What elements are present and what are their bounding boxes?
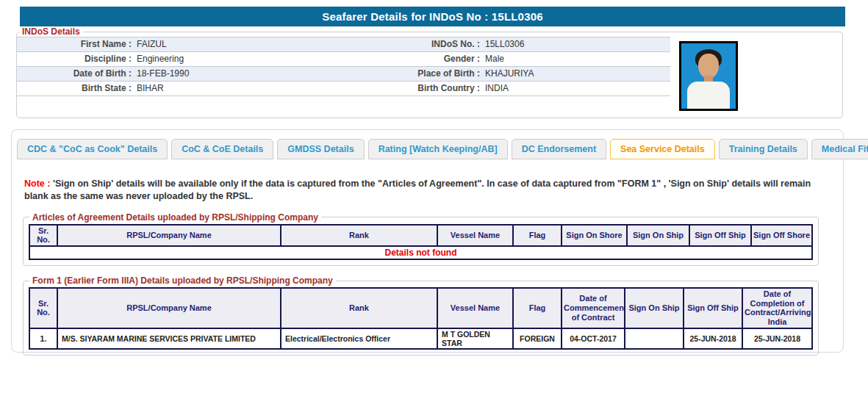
tab-sea-service-details[interactable]: Sea Service Details <box>610 139 715 159</box>
detail-row-birth-date: Date of Birth : 18-FEB-1990 Place of Bir… <box>17 67 670 82</box>
cell-commencement: 04-OCT-2017 <box>562 328 625 349</box>
tab-cdc-coc-as-cook[interactable]: CDC & "CoC as Cook" Details <box>17 139 168 159</box>
tab-bar: CDC & "CoC as Cook" Details CoC & CoE De… <box>17 139 839 159</box>
form1-col-flag: Flag <box>513 288 562 328</box>
indos-details-legend: INDoS Details <box>19 26 83 37</box>
form1-col-commencement: Date of Commencement of Contract <box>562 288 625 328</box>
cell-vessel: M T GOLDEN STAR <box>437 328 513 349</box>
form1-header-row: Sr. No. RPSL/Company Name Rank Vessel Na… <box>29 288 812 328</box>
form1-col-vessel: Vessel Name <box>437 288 513 328</box>
details-not-found-message: Details not found <box>29 246 812 259</box>
first-name-label: First Name : <box>17 37 137 51</box>
articles-col-sign-off-shore: Sign Off Shore <box>751 225 812 246</box>
cell-sr-no: 1. <box>29 328 57 349</box>
form1-col-sign-off-ship: Sign Off Ship <box>684 288 742 328</box>
form1-col-sr-no: Sr. No. <box>29 288 57 328</box>
birth-state-label: Birth State : <box>17 82 137 95</box>
cell-completion: 25-JUN-2018 <box>742 328 812 349</box>
seafarer-photo <box>679 41 738 111</box>
place-of-birth-label: Place of Birth : <box>410 67 485 81</box>
gender-label: Gender : <box>410 52 485 66</box>
form1-section: Form 1 (Earlier Form IIIA) Details uploa… <box>23 275 819 356</box>
form1-col-company: RPSL/Company Name <box>57 288 281 328</box>
articles-col-sr-no: Sr. No. <box>29 225 57 246</box>
sign-on-ship-note: Note : 'Sign on Ship' details will be av… <box>24 178 830 203</box>
articles-col-rank: Rank <box>281 225 437 246</box>
discipline-label: Discipline : <box>17 52 137 66</box>
articles-col-sign-on-ship: Sign On Ship <box>627 225 689 246</box>
articles-col-sign-on-shore: Sign On Shore <box>562 225 627 246</box>
articles-col-company: RPSL/Company Name <box>57 225 281 246</box>
date-of-birth-value: 18-FEB-1990 <box>137 67 410 81</box>
date-of-birth-label: Date of Birth : <box>17 67 137 81</box>
tab-gmdss[interactable]: GMDSS Details <box>277 139 364 159</box>
indos-details-section: INDoS Details First Name : FAIZUL INDoS … <box>16 26 843 118</box>
place-of-birth-value: KHAJURIYA <box>485 67 670 81</box>
photo-shirt-shape <box>687 82 730 111</box>
articles-legend: Articles of Agreement Details uploaded b… <box>29 212 321 223</box>
cell-sign-on-ship <box>625 328 684 349</box>
form1-legend: Form 1 (Earlier Form IIIA) Details uploa… <box>29 275 336 286</box>
page-title: Seafarer Details for INDoS No : 15LL0306 <box>20 7 845 26</box>
first-name-value: FAIZUL <box>137 37 410 51</box>
form1-col-completion: Date of Completion of Contract/Arriving … <box>742 288 812 328</box>
photo-face-shape <box>698 54 719 79</box>
articles-of-agreement-section: Articles of Agreement Details uploaded b… <box>23 212 819 266</box>
tab-dc-endorsement[interactable]: DC Endorsement <box>512 139 606 159</box>
form1-table: Sr. No. RPSL/Company Name Rank Vessel Na… <box>29 287 813 350</box>
tab-rating-watch-keeping[interactable]: Rating [Watch Keeping/AB] <box>368 139 508 159</box>
tab-training-details[interactable]: Training Details <box>719 139 808 159</box>
note-text: 'Sign on Ship' details will be available… <box>24 178 811 201</box>
indos-details-grid: First Name : FAIZUL INDoS No. : 15LL0306… <box>17 37 670 96</box>
cell-company: M/S. SIYARAM MARINE SERVICES PRIVATE LIM… <box>57 328 281 349</box>
indos-no-label: INDoS No. : <box>410 37 485 51</box>
articles-table: Sr. No. RPSL/Company Name Rank Vessel Na… <box>29 224 813 260</box>
articles-header-row: Sr. No. RPSL/Company Name Rank Vessel Na… <box>29 225 812 246</box>
articles-empty-row: Details not found <box>29 246 812 259</box>
cell-flag: FOREIGN <box>513 328 562 349</box>
detail-row-discipline: Discipline : Engineering Gender : Male <box>17 52 670 67</box>
gender-value: Male <box>485 52 670 66</box>
form1-col-rank: Rank <box>281 288 437 328</box>
cell-rank: Electrical/Electronics Officer <box>281 328 437 349</box>
birth-state-value: BIHAR <box>137 82 410 95</box>
articles-col-sign-off-ship: Sign Off Ship <box>689 225 751 246</box>
birth-country-label: Birth Country : <box>410 82 485 95</box>
note-prefix: Note : <box>24 178 50 189</box>
articles-col-vessel: Vessel Name <box>437 225 513 246</box>
birth-country-value: INDIA <box>485 82 670 95</box>
sea-service-tab-panel: CDC & "CoC as Cook" Details CoC & CoE De… <box>11 129 844 353</box>
tab-coc-coe[interactable]: CoC & CoE Details <box>171 139 273 159</box>
form1-col-sign-on-ship: Sign On Ship <box>625 288 684 328</box>
form1-data-row: 1. M/S. SIYARAM MARINE SERVICES PRIVATE … <box>29 328 812 349</box>
indos-no-value: 15LL0306 <box>485 37 670 51</box>
discipline-value: Engineering <box>137 52 410 66</box>
articles-col-flag: Flag <box>513 225 562 246</box>
detail-row-birth-state: Birth State : BIHAR Birth Country : INDI… <box>17 82 670 96</box>
detail-row-first-name: First Name : FAIZUL INDoS No. : 15LL0306 <box>17 37 670 52</box>
tab-medical-fitness[interactable]: Medical Fitness Certificate <box>811 139 868 159</box>
cell-sign-off-ship: 25-JUN-2018 <box>684 328 742 349</box>
